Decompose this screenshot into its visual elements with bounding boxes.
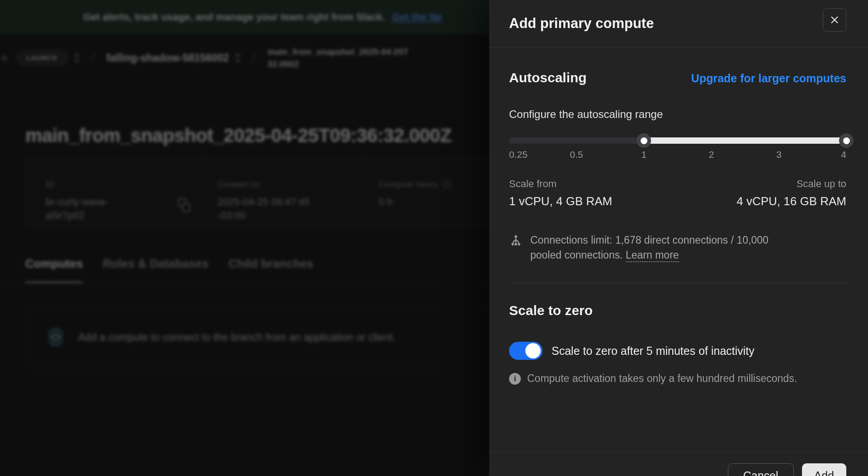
toggle-knob (525, 343, 541, 358)
add-compute-drawer: Add primary compute Autoscaling Upgrade … (489, 0, 868, 476)
slider-selected-range[interactable] (644, 137, 846, 144)
scale-up-to-label: Scale up to (736, 178, 846, 190)
slider-tick-label: 1 (642, 149, 647, 160)
section-divider (509, 283, 846, 283)
slider-tick-label: 3 (776, 149, 782, 160)
slider-ticks: 0.250.51234 (509, 149, 846, 161)
slider-min-handle[interactable] (637, 133, 651, 148)
close-icon (830, 15, 840, 25)
scale-from-value: 1 vCPU, 4 GB RAM (509, 194, 612, 208)
add-button[interactable]: Add (802, 463, 846, 476)
connections-limit-note: Connections limit: 1,678 direct connecti… (509, 233, 846, 263)
scale-up-to-block: Scale up to 4 vCPU, 16 GB RAM (736, 178, 846, 208)
scale-from-block: Scale from 1 vCPU, 4 GB RAM (509, 178, 612, 208)
upgrade-link[interactable]: Upgrade for larger computes (691, 72, 846, 85)
drawer-header: Add primary compute (489, 0, 868, 47)
slider-tick-label: 0.25 (509, 149, 528, 160)
connections-limit-text: Connections limit: 1,678 direct connecti… (530, 233, 798, 263)
activation-info-text: Compute activation takes only a few hund… (527, 372, 797, 385)
slider-tick-label: 4 (841, 149, 846, 160)
learn-more-link[interactable]: Learn more (626, 249, 679, 262)
autoscaling-heading: Autoscaling (509, 70, 587, 85)
drawer-body: Autoscaling Upgrade for larger computes … (489, 70, 868, 476)
activation-info: i Compute activation takes only a few hu… (509, 372, 846, 385)
info-icon: i (509, 373, 521, 385)
drawer-footer: Cancel Add (489, 452, 868, 476)
autoscaling-range-label: Configure the autoscaling range (509, 108, 846, 121)
autoscaling-range-slider (509, 133, 846, 148)
scale-to-zero-heading: Scale to zero (509, 303, 846, 318)
scale-from-label: Scale from (509, 178, 612, 190)
drawer-title: Add primary compute (509, 15, 654, 32)
slider-max-handle[interactable] (839, 133, 854, 148)
close-button[interactable] (823, 8, 846, 32)
split-connections-icon (509, 234, 523, 248)
slider-tick-label: 2 (709, 149, 714, 160)
scale-to-zero-toggle-label: Scale to zero after 5 minutes of inactiv… (552, 344, 755, 358)
cancel-button[interactable]: Cancel (728, 463, 794, 476)
scale-to-zero-toggle[interactable] (509, 342, 542, 360)
slider-tick-label: 0.5 (570, 149, 583, 160)
scale-up-to-value: 4 vCPU, 16 GB RAM (736, 194, 846, 208)
